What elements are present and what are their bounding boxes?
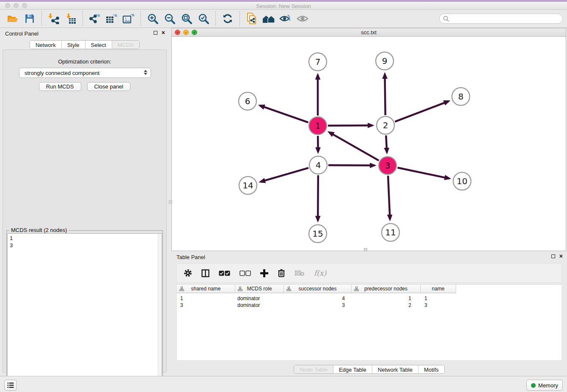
tab-edge-table[interactable]: Edge Table — [333, 365, 372, 373]
cell-MCDS-role[interactable]: dominator — [235, 302, 284, 309]
close-panel-icon[interactable]: × — [162, 30, 165, 35]
edge-1-2[interactable] — [328, 125, 372, 126]
fx-icon: f(x) — [314, 269, 326, 277]
cell-predecessor-nodes[interactable]: 1 — [352, 295, 421, 302]
node-11[interactable]: 11 — [382, 224, 399, 241]
function-builder-button[interactable]: f(x) — [314, 269, 326, 277]
node-1[interactable]: 1 — [309, 117, 327, 135]
titlebar: Session: New Session — [0, 2, 567, 10]
deselect-all-button[interactable] — [239, 271, 251, 276]
node-2[interactable]: 2 — [377, 116, 394, 134]
result-scrollbar[interactable] — [158, 234, 162, 389]
cell-shared-name[interactable]: 3 — [177, 302, 235, 309]
task-history-button[interactable] — [4, 380, 17, 391]
memory-button[interactable]: Memory — [526, 380, 563, 391]
zoom-selected-button[interactable] — [195, 11, 212, 26]
edge-3-1[interactable] — [329, 132, 379, 160]
run-mcds-button[interactable]: Run MCDS — [39, 82, 81, 91]
edge-4-15[interactable] — [318, 175, 318, 221]
export-network-button[interactable] — [86, 11, 103, 26]
status-bar: Memory — [0, 376, 567, 392]
duplicate-network-button[interactable] — [243, 11, 260, 26]
column-header-successor-nodes[interactable]: successor nodes — [284, 285, 352, 293]
edge-2-3[interactable] — [386, 135, 387, 152]
optimization-criterion-select[interactable]: strongly connected component — [19, 68, 151, 78]
node-15[interactable]: 15 — [309, 225, 327, 243]
delete-table-button[interactable] — [295, 270, 305, 276]
node-14[interactable]: 14 — [239, 177, 257, 194]
column-header-predecessor-nodes[interactable]: predecessor nodes — [352, 285, 421, 293]
node-table: shared nameMCDS rolesuccessor nodesprede… — [176, 284, 562, 361]
save-icon — [25, 14, 34, 23]
node-label: 6 — [245, 96, 250, 106]
show-all-button[interactable] — [294, 11, 311, 26]
splitter-handle-left[interactable] — [169, 200, 172, 204]
table-row[interactable]: 3dominator323 — [177, 302, 456, 309]
column-header-name[interactable]: name — [421, 285, 456, 293]
node-label: 10 — [457, 176, 467, 186]
select-all-button[interactable] — [219, 271, 230, 276]
node-8[interactable]: 8 — [452, 88, 470, 105]
node-3[interactable]: 3 — [379, 157, 396, 174]
network-title: scc.txt — [172, 29, 566, 36]
refresh-layout-button[interactable] — [219, 11, 236, 26]
edge-3-11[interactable] — [388, 176, 390, 219]
node-10[interactable]: 10 — [453, 172, 471, 190]
first-neighbors-button[interactable] — [260, 11, 277, 26]
mcds-result-text[interactable]: 1 3 — [7, 233, 162, 389]
column-header-shared-name[interactable]: shared name — [177, 285, 235, 293]
cell-successor-nodes[interactable]: 3 — [284, 302, 352, 309]
edge-4-3[interactable] — [328, 165, 374, 166]
import-table-button[interactable] — [62, 11, 79, 26]
table-row[interactable]: 1dominator411 — [177, 295, 456, 302]
float-panel-icon[interactable] — [154, 31, 157, 35]
cell-predecessor-nodes[interactable]: 2 — [352, 302, 421, 309]
cell-shared-name[interactable]: 1 — [177, 295, 235, 302]
edge-4-14[interactable] — [261, 168, 308, 182]
zoom-in-button[interactable] — [144, 11, 161, 26]
splitter-handle-bottom[interactable] — [364, 248, 367, 251]
show-columns-button[interactable] — [201, 269, 209, 277]
save-session-button[interactable] — [21, 11, 38, 26]
tab-network[interactable]: Network — [30, 41, 61, 49]
export-image-button[interactable] — [120, 11, 137, 26]
network-canvas[interactable]: 1234678910111415 — [172, 37, 566, 251]
tab-node-table[interactable]: Node Table — [294, 365, 333, 373]
cell-name[interactable]: 3 — [421, 302, 456, 309]
close-panel-button[interactable]: Close panel — [87, 82, 131, 91]
node-label: 15 — [312, 229, 323, 239]
export-table-button[interactable] — [103, 11, 120, 26]
close-table-panel-icon[interactable]: × — [559, 254, 563, 258]
node-label: 11 — [385, 227, 396, 237]
cell-successor-nodes[interactable]: 4 — [284, 295, 352, 302]
tab-motifs[interactable]: Motifs — [418, 365, 444, 373]
window-title: Session: New Session — [0, 3, 567, 9]
search-input[interactable] — [439, 14, 563, 24]
tab-mcds[interactable]: MCDS — [112, 41, 139, 49]
tab-style[interactable]: Style — [61, 41, 85, 49]
open-session-button[interactable] — [4, 11, 21, 26]
node-4[interactable]: 4 — [309, 156, 327, 174]
cell-MCDS-role[interactable]: dominator — [235, 295, 284, 302]
edge-1-6[interactable] — [260, 105, 308, 122]
cell-name[interactable]: 1 — [421, 295, 456, 302]
tab-select[interactable]: Select — [85, 41, 112, 49]
edge-3-10[interactable] — [397, 168, 449, 179]
add-column-button[interactable] — [260, 269, 268, 277]
node-9[interactable]: 9 — [376, 52, 394, 70]
float-table-panel-icon[interactable] — [551, 254, 555, 258]
import-network-button[interactable] — [45, 11, 62, 26]
zoom-fit-button[interactable] — [178, 11, 195, 26]
edge-2-9[interactable] — [385, 74, 385, 115]
zoom-out-button[interactable] — [161, 11, 178, 26]
edge-2-8[interactable] — [395, 101, 449, 121]
hide-selected-button[interactable] — [277, 11, 294, 26]
column-header-MCDS-role[interactable]: MCDS role — [235, 285, 284, 293]
tab-network-table[interactable]: Network Table — [372, 365, 418, 373]
zoom-selected-icon — [198, 13, 209, 24]
node-label: 3 — [385, 160, 391, 171]
node-7[interactable]: 7 — [309, 53, 327, 71]
delete-column-button[interactable] — [278, 269, 285, 277]
table-settings-button[interactable] — [184, 269, 192, 277]
node-6[interactable]: 6 — [239, 92, 256, 110]
